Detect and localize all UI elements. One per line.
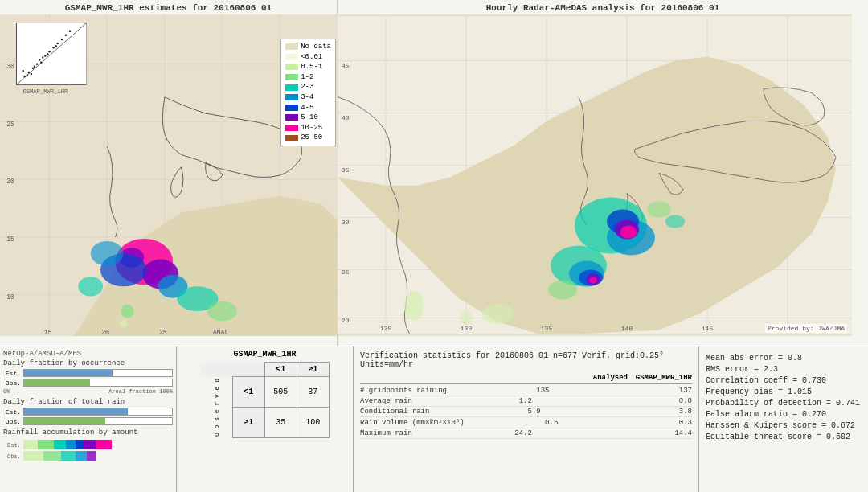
svg-point-45 bbox=[47, 53, 48, 55]
metric-7: Equitable threat score = 0.502 bbox=[706, 433, 862, 441]
verif-col-gsmap: GSMAP_MWR_1HR bbox=[628, 374, 692, 382]
est-bar-wrap2 bbox=[23, 408, 173, 416]
metric-4: Probability of detection = 0.741 bbox=[706, 399, 862, 408]
svg-point-49 bbox=[69, 31, 71, 32]
svg-text:15: 15 bbox=[6, 236, 14, 243]
legend-05-1: 0.5-1 bbox=[285, 62, 331, 72]
cell-22: 100 bbox=[297, 408, 329, 438]
svg-text:130: 130 bbox=[461, 325, 473, 332]
legend-5-10: 5-10 bbox=[285, 113, 331, 123]
svg-rect-105 bbox=[23, 451, 43, 461]
svg-text:135: 135 bbox=[541, 325, 553, 332]
svg-rect-100 bbox=[54, 440, 66, 449]
svg-point-20 bbox=[207, 301, 237, 322]
svg-point-46 bbox=[56, 43, 58, 44]
metric-5: False alarm ratio = 0.270 bbox=[706, 410, 862, 419]
empty-cell bbox=[200, 363, 232, 377]
svg-text:15: 15 bbox=[44, 329, 52, 336]
svg-point-39 bbox=[44, 55, 46, 56]
verif-row-4: Maximum rain 24.2 14.4 bbox=[360, 428, 692, 439]
legend-2-3: 2-3 bbox=[285, 82, 331, 92]
obs-bar bbox=[23, 379, 90, 386]
svg-point-81 bbox=[548, 281, 577, 300]
svg-point-51 bbox=[42, 56, 43, 58]
svg-rect-106 bbox=[43, 451, 61, 461]
est-bar bbox=[23, 370, 113, 376]
est-bar2 bbox=[23, 408, 128, 415]
est-label2: Est. bbox=[3, 408, 21, 416]
metrics-panel: Mean abs error = 0.8 RMS error = 2.3 Cor… bbox=[699, 346, 868, 492]
right-map-panel: Hourly Radar-AMeDAS analysis for 2016080… bbox=[338, 0, 868, 346]
map-credit: Provided by: JWA/JMA bbox=[765, 324, 847, 333]
col-header-2: ≥1 bbox=[297, 363, 329, 377]
svg-point-37 bbox=[36, 63, 38, 64]
row-header-1: <1 bbox=[232, 377, 264, 408]
svg-text:40: 40 bbox=[342, 114, 350, 121]
right-map-title: Hourly Radar-AMeDAS analysis for 2016080… bbox=[338, 0, 868, 14]
svg-point-21 bbox=[121, 305, 134, 318]
svg-point-84 bbox=[482, 305, 514, 324]
legend-3-4: 3-4 bbox=[285, 92, 331, 103]
svg-rect-104 bbox=[96, 440, 112, 449]
legend-25-50: 25-50 bbox=[285, 133, 331, 143]
metric-0: Mean abs error = 0.8 bbox=[706, 354, 862, 363]
svg-point-75 bbox=[620, 226, 637, 239]
metric-3: Frequency bias = 1.015 bbox=[706, 387, 862, 396]
svg-point-35 bbox=[22, 70, 23, 72]
left-map-panel: GSMAP_MWR_1HR estimates for 20160806 01 bbox=[0, 0, 338, 346]
verif-col-analyzed: Analysed bbox=[579, 374, 628, 382]
svg-point-48 bbox=[65, 35, 67, 36]
svg-point-50 bbox=[55, 45, 56, 47]
metric-6: Hanssen & Kuipers score = 0.672 bbox=[706, 421, 862, 430]
svg-point-36 bbox=[32, 68, 34, 69]
verif-row-1: Average rain 1.2 0.8 bbox=[360, 396, 692, 407]
svg-point-42 bbox=[52, 47, 54, 48]
histograms-panel: MetOp-A/AMSU-A/MHS Daily fraction by occ… bbox=[0, 346, 177, 492]
svg-text:20: 20 bbox=[6, 178, 14, 185]
legend-10-25: 10-25 bbox=[285, 123, 331, 133]
svg-text:145: 145 bbox=[702, 325, 714, 332]
svg-text:Obs.: Obs. bbox=[7, 453, 21, 460]
verif-row-2: Conditional rain 5.9 3.8 bbox=[360, 407, 692, 417]
verif-col-spacer bbox=[360, 374, 579, 382]
svg-text:30: 30 bbox=[6, 63, 14, 70]
cell-12: 37 bbox=[297, 377, 329, 408]
legend-4-5: 4-5 bbox=[285, 103, 331, 113]
verification-title: Verification statistics for 20160806 01 … bbox=[360, 351, 692, 369]
svg-point-40 bbox=[39, 59, 40, 60]
obs-bar-wrap bbox=[23, 379, 173, 387]
metric-1: RMS error = 2.3 bbox=[706, 365, 862, 374]
svg-text:125: 125 bbox=[380, 325, 392, 332]
obs-vertical-label: O b s e r v e d bbox=[200, 377, 232, 438]
svg-rect-109 bbox=[87, 451, 96, 461]
accumulation-svg: Est. Obs. bbox=[3, 438, 156, 462]
bottom-row: MetOp-A/AMSU-A/MHS Daily fraction by occ… bbox=[0, 346, 868, 492]
metric-2: Correlation coeff = 0.730 bbox=[706, 376, 862, 385]
svg-text:30: 30 bbox=[342, 219, 350, 226]
svg-point-86 bbox=[404, 292, 424, 321]
svg-point-47 bbox=[61, 39, 63, 40]
svg-text:45: 45 bbox=[342, 62, 350, 69]
svg-text:25: 25 bbox=[342, 269, 350, 276]
accumulation-title: Rainfall accumulation by amount bbox=[3, 428, 173, 437]
left-map-area: 15 20 25 ANAL 10 15 20 25 30 bbox=[0, 14, 338, 336]
svg-rect-102 bbox=[76, 440, 84, 449]
svg-rect-99 bbox=[38, 440, 54, 449]
est-bar-wrap bbox=[23, 369, 173, 377]
row-header-2: ≥1 bbox=[232, 408, 264, 438]
svg-text:20: 20 bbox=[342, 317, 350, 324]
svg-text:Est.: Est. bbox=[7, 442, 21, 449]
svg-rect-101 bbox=[66, 440, 76, 449]
contingency-title: GSMAP_MWR_1HR bbox=[180, 350, 350, 359]
svg-point-85 bbox=[460, 312, 473, 325]
verification-panel: Verification statistics for 20160806 01 … bbox=[354, 346, 699, 492]
svg-point-82 bbox=[647, 202, 671, 218]
obs-label-hist2: Obs. bbox=[3, 418, 21, 425]
legend-1-2: 1-2 bbox=[285, 72, 331, 83]
svg-point-83 bbox=[665, 215, 685, 228]
svg-text:35: 35 bbox=[342, 166, 350, 174]
svg-text:20: 20 bbox=[101, 329, 109, 336]
obs-bar-wrap2 bbox=[23, 417, 173, 425]
right-map-svg: 125 130 135 140 145 20 25 30 35 40 45 bbox=[338, 14, 852, 336]
occurrence-histogram: Daily fraction by occurrence Est. Obs. 0… bbox=[3, 359, 173, 395]
